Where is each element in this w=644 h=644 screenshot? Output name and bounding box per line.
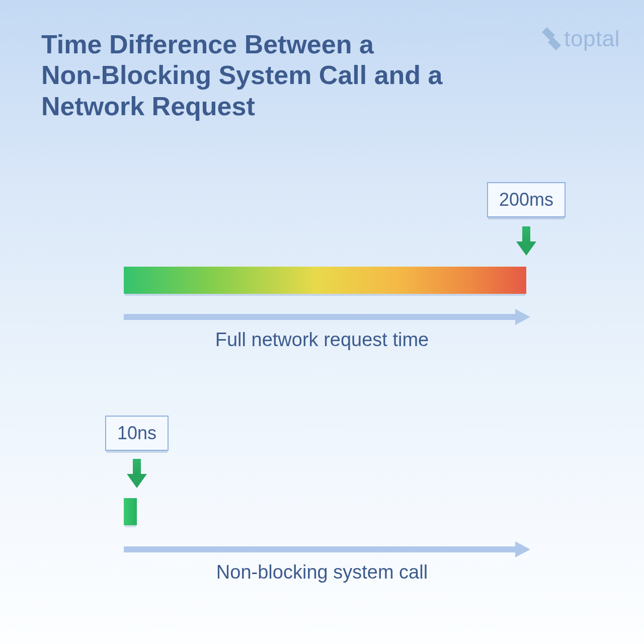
- caption-network: Full network request time: [0, 329, 644, 351]
- bar-network: [124, 267, 526, 294]
- badge-network-value: 200ms: [487, 182, 566, 217]
- page-title: Time Difference Between a Non‑Blocking S…: [41, 29, 444, 122]
- axis-arrow-icon: [124, 313, 530, 321]
- toptal-icon: [542, 27, 561, 50]
- badge-syscall-value: 10ns: [105, 416, 169, 451]
- brand-word: toptal: [564, 26, 620, 51]
- brand-logo: toptal: [542, 26, 620, 51]
- bar-syscall: [124, 498, 137, 525]
- arrow-down-icon: [128, 459, 146, 489]
- axis-arrow-icon: [124, 545, 530, 553]
- arrow-down-icon: [517, 226, 535, 257]
- caption-syscall: Non‑blocking system call: [0, 561, 644, 583]
